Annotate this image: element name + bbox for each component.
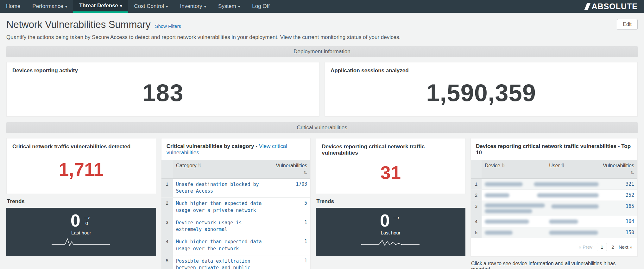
row-number: 5: [161, 255, 173, 269]
table-row[interactable]: 5 150: [471, 227, 637, 238]
nav-item-inventory[interactable]: Inventory▾: [174, 0, 212, 13]
redacted-device-name: [485, 203, 545, 208]
nav-label: Inventory: [180, 3, 202, 10]
trend-sparkline: [51, 237, 111, 247]
pagination-page-1[interactable]: 1: [597, 243, 607, 251]
by-category-table: Category⇅ Vulnerabilities⇅ 1 Unsafe dest…: [161, 160, 311, 269]
count-cell: 164: [602, 216, 637, 227]
user-cell: [548, 201, 602, 216]
brand-wordmark: ABSOLUTE: [592, 2, 638, 11]
trend-sparkline: [361, 237, 421, 247]
device-cell[interactable]: [482, 190, 534, 201]
trend-value: 0 → 0: [71, 212, 92, 229]
title-separator: -: [256, 143, 257, 149]
device-cell[interactable]: [482, 216, 546, 227]
table-row[interactable]: 2 252: [471, 190, 637, 201]
page: Home Performance▾ Threat Defense▾ Cost C…: [0, 0, 644, 269]
deployment-cards: Devices reporting activity 183 Applicati…: [6, 62, 638, 117]
section-band-label: Critical vulnerabilities: [297, 125, 347, 131]
pagination-next[interactable]: Next »: [619, 244, 632, 250]
trend-panel-devices: 0 → Last hour: [316, 208, 465, 256]
redacted-device-name: [485, 193, 509, 197]
sort-icon[interactable]: ⇅: [630, 170, 634, 176]
row-number: 4: [161, 236, 173, 255]
vulnerabilities-column-header[interactable]: Vulnerabilities⇅: [602, 160, 637, 178]
page-header: Network Vulnerabilities Summary Show Fil…: [6, 19, 638, 30]
nav-item-log-off[interactable]: Log Off: [246, 0, 275, 13]
row-number: 1: [161, 179, 173, 198]
row-number: 3: [161, 217, 173, 236]
nav-item-threat-defense[interactable]: Threat Defense▾: [73, 0, 128, 13]
redacted-user-name: [549, 220, 578, 224]
nav-label: Home: [6, 3, 20, 10]
nav-item-cost-control[interactable]: Cost Control▾: [128, 0, 174, 13]
card-title: Devices reporting activity: [12, 67, 313, 74]
absolute-logo: ABSOLUTE: [579, 0, 644, 13]
count-cell: 5: [273, 198, 310, 217]
top10-title-row: Devices reporting critical network traff…: [471, 138, 637, 160]
device-column-header[interactable]: Device⇅: [482, 160, 546, 178]
category-column-header[interactable]: Category⇅: [173, 160, 273, 178]
nav-label: Performance: [32, 3, 63, 10]
nav-label: Threat Defense: [79, 3, 118, 9]
trend-direction: → 0: [82, 212, 92, 226]
category-cell[interactable]: Device network usage is extremely abnorm…: [173, 217, 273, 236]
nav-label: System: [218, 3, 236, 10]
table-row[interactable]: 2 Much higher than expected data usage o…: [161, 198, 311, 217]
trend-flat-arrow-icon: →: [82, 212, 92, 221]
redacted-user-name: [537, 193, 599, 197]
row-number: 3: [471, 201, 482, 216]
sort-icon[interactable]: ⇅: [304, 170, 307, 176]
vulnerabilities-column-header[interactable]: Vulnerabilities⇅: [273, 160, 310, 178]
category-cell[interactable]: Unsafe destination blocked by Secure Acc…: [173, 179, 273, 198]
row-number: 1: [471, 179, 482, 189]
application-sessions-analyzed-value: 1,590,359: [331, 74, 632, 111]
sort-icon[interactable]: ⇅: [198, 163, 202, 168]
table-row[interactable]: 1 Unsafe destination blocked by Secure A…: [161, 179, 311, 198]
table-row[interactable]: 4 Much higher than expected data usage o…: [161, 236, 311, 255]
caret-down-icon: ▾: [204, 4, 206, 9]
sort-icon[interactable]: ⇅: [561, 163, 565, 168]
category-cell[interactable]: Possible data exfiltration between priva…: [173, 255, 273, 269]
trend-caption: Last hour: [71, 230, 91, 235]
by-category-title-row: Critical vulnerabilities by category - V…: [161, 138, 311, 160]
table-row[interactable]: 3 165: [471, 201, 637, 216]
category-cell[interactable]: Much higher than expected data usage ove…: [173, 236, 273, 255]
pagination-page-2[interactable]: 2: [611, 244, 614, 250]
nav-item-system[interactable]: System▾: [212, 0, 246, 13]
redacted-device-name: [485, 182, 523, 186]
top-nav: Home Performance▾ Threat Defense▾ Cost C…: [0, 0, 644, 13]
redacted-device-name: [485, 220, 529, 224]
sort-icon[interactable]: ⇅: [502, 163, 505, 168]
table-row[interactable]: 4 164: [471, 216, 637, 227]
count-cell: 321: [602, 179, 637, 189]
redacted-user-name: [549, 231, 598, 235]
trend-flat-arrow-icon: →: [391, 212, 401, 221]
caret-down-icon: ▾: [65, 4, 67, 9]
device-cell[interactable]: [482, 201, 548, 216]
devices-reporting-value: 31: [322, 156, 459, 189]
count-cell: 1: [273, 236, 310, 255]
user-cell: [534, 190, 602, 201]
critical-detected-value: 1,711: [12, 150, 150, 189]
application-sessions-analyzed-card: Application sessions analyzed 1,590,359: [325, 62, 638, 117]
redacted-user-name: [551, 204, 599, 208]
table-row[interactable]: 5 Possible data exfiltration between pri…: [161, 255, 311, 269]
edit-button[interactable]: Edit: [617, 19, 638, 30]
device-cell[interactable]: [482, 179, 531, 189]
pagination-prev[interactable]: « Prev: [579, 244, 592, 250]
nav-label: Log Off: [252, 3, 269, 10]
card-title: Critical network traffic vulnerabilities…: [12, 144, 150, 150]
table-row[interactable]: 1 321: [471, 179, 637, 190]
top10-column: Devices reporting critical network traff…: [470, 138, 638, 269]
nav-item-performance[interactable]: Performance▾: [26, 0, 73, 13]
nav-item-home[interactable]: Home: [0, 0, 26, 13]
user-column-header[interactable]: User⇅: [546, 160, 602, 178]
nav-items: Home Performance▾ Threat Defense▾ Cost C…: [0, 0, 276, 13]
show-filters-link[interactable]: Show Filters: [155, 23, 181, 29]
by-category-card: Critical vulnerabilities by category - V…: [161, 138, 311, 269]
row-number: 2: [161, 198, 173, 217]
device-cell[interactable]: [482, 227, 546, 238]
category-cell[interactable]: Much higher than expected data usage ove…: [173, 198, 273, 217]
table-row[interactable]: 3 Device network usage is extremely abno…: [161, 217, 311, 236]
